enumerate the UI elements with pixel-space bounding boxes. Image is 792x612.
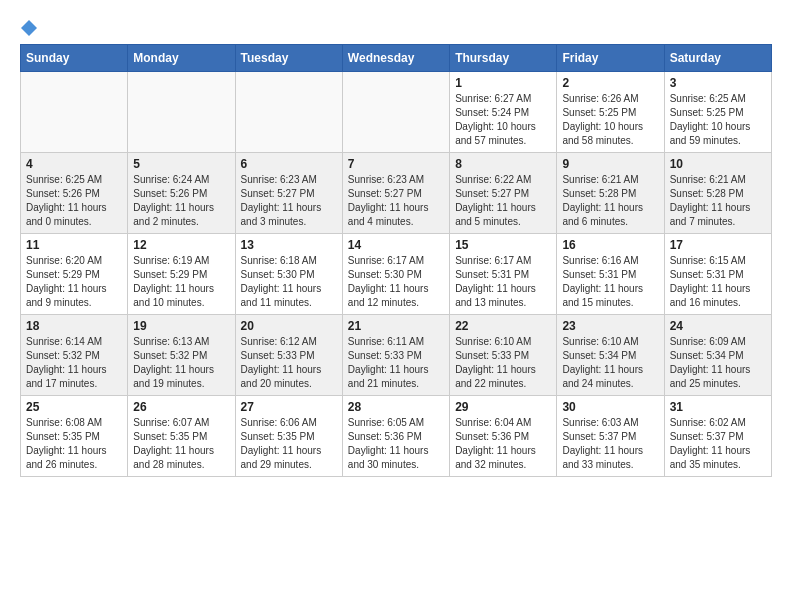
- calendar-cell: 30Sunrise: 6:03 AMSunset: 5:37 PMDayligh…: [557, 396, 664, 477]
- calendar-table: SundayMondayTuesdayWednesdayThursdayFrid…: [20, 44, 772, 477]
- calendar-cell: 25Sunrise: 6:08 AMSunset: 5:35 PMDayligh…: [21, 396, 128, 477]
- calendar-cell: 24Sunrise: 6:09 AMSunset: 5:34 PMDayligh…: [664, 315, 771, 396]
- day-info: Sunrise: 6:21 AMSunset: 5:28 PMDaylight:…: [670, 173, 766, 229]
- day-number: 4: [26, 157, 122, 171]
- day-info: Sunrise: 6:08 AMSunset: 5:35 PMDaylight:…: [26, 416, 122, 472]
- page-header: [20, 20, 772, 36]
- day-info: Sunrise: 6:23 AMSunset: 5:27 PMDaylight:…: [241, 173, 337, 229]
- day-number: 17: [670, 238, 766, 252]
- day-info: Sunrise: 6:25 AMSunset: 5:25 PMDaylight:…: [670, 92, 766, 148]
- day-info: Sunrise: 6:11 AMSunset: 5:33 PMDaylight:…: [348, 335, 444, 391]
- calendar-cell: 11Sunrise: 6:20 AMSunset: 5:29 PMDayligh…: [21, 234, 128, 315]
- calendar-cell: 22Sunrise: 6:10 AMSunset: 5:33 PMDayligh…: [450, 315, 557, 396]
- calendar-cell: 27Sunrise: 6:06 AMSunset: 5:35 PMDayligh…: [235, 396, 342, 477]
- day-info: Sunrise: 6:10 AMSunset: 5:34 PMDaylight:…: [562, 335, 658, 391]
- day-number: 24: [670, 319, 766, 333]
- calendar-cell: [128, 72, 235, 153]
- calendar-cell: 20Sunrise: 6:12 AMSunset: 5:33 PMDayligh…: [235, 315, 342, 396]
- calendar-week-row: 25Sunrise: 6:08 AMSunset: 5:35 PMDayligh…: [21, 396, 772, 477]
- day-number: 25: [26, 400, 122, 414]
- day-info: Sunrise: 6:19 AMSunset: 5:29 PMDaylight:…: [133, 254, 229, 310]
- calendar-cell: [342, 72, 449, 153]
- day-info: Sunrise: 6:15 AMSunset: 5:31 PMDaylight:…: [670, 254, 766, 310]
- weekday-header-friday: Friday: [557, 45, 664, 72]
- day-number: 11: [26, 238, 122, 252]
- day-number: 28: [348, 400, 444, 414]
- day-info: Sunrise: 6:20 AMSunset: 5:29 PMDaylight:…: [26, 254, 122, 310]
- day-info: Sunrise: 6:22 AMSunset: 5:27 PMDaylight:…: [455, 173, 551, 229]
- calendar-week-row: 4Sunrise: 6:25 AMSunset: 5:26 PMDaylight…: [21, 153, 772, 234]
- calendar-cell: 17Sunrise: 6:15 AMSunset: 5:31 PMDayligh…: [664, 234, 771, 315]
- day-number: 1: [455, 76, 551, 90]
- day-number: 23: [562, 319, 658, 333]
- day-info: Sunrise: 6:21 AMSunset: 5:28 PMDaylight:…: [562, 173, 658, 229]
- calendar-cell: [21, 72, 128, 153]
- day-info: Sunrise: 6:23 AMSunset: 5:27 PMDaylight:…: [348, 173, 444, 229]
- day-number: 26: [133, 400, 229, 414]
- calendar-cell: 26Sunrise: 6:07 AMSunset: 5:35 PMDayligh…: [128, 396, 235, 477]
- calendar-cell: 8Sunrise: 6:22 AMSunset: 5:27 PMDaylight…: [450, 153, 557, 234]
- day-info: Sunrise: 6:16 AMSunset: 5:31 PMDaylight:…: [562, 254, 658, 310]
- day-number: 13: [241, 238, 337, 252]
- day-info: Sunrise: 6:02 AMSunset: 5:37 PMDaylight:…: [670, 416, 766, 472]
- day-number: 7: [348, 157, 444, 171]
- day-info: Sunrise: 6:03 AMSunset: 5:37 PMDaylight:…: [562, 416, 658, 472]
- calendar-cell: 31Sunrise: 6:02 AMSunset: 5:37 PMDayligh…: [664, 396, 771, 477]
- day-number: 2: [562, 76, 658, 90]
- day-number: 19: [133, 319, 229, 333]
- day-info: Sunrise: 6:14 AMSunset: 5:32 PMDaylight:…: [26, 335, 122, 391]
- day-info: Sunrise: 6:12 AMSunset: 5:33 PMDaylight:…: [241, 335, 337, 391]
- day-number: 15: [455, 238, 551, 252]
- calendar-cell: 4Sunrise: 6:25 AMSunset: 5:26 PMDaylight…: [21, 153, 128, 234]
- day-info: Sunrise: 6:09 AMSunset: 5:34 PMDaylight:…: [670, 335, 766, 391]
- day-info: Sunrise: 6:26 AMSunset: 5:25 PMDaylight:…: [562, 92, 658, 148]
- calendar-header-row: SundayMondayTuesdayWednesdayThursdayFrid…: [21, 45, 772, 72]
- day-info: Sunrise: 6:10 AMSunset: 5:33 PMDaylight:…: [455, 335, 551, 391]
- day-info: Sunrise: 6:17 AMSunset: 5:30 PMDaylight:…: [348, 254, 444, 310]
- svg-marker-0: [21, 20, 37, 36]
- weekday-header-sunday: Sunday: [21, 45, 128, 72]
- calendar-cell: 28Sunrise: 6:05 AMSunset: 5:36 PMDayligh…: [342, 396, 449, 477]
- day-info: Sunrise: 6:05 AMSunset: 5:36 PMDaylight:…: [348, 416, 444, 472]
- day-number: 16: [562, 238, 658, 252]
- weekday-header-tuesday: Tuesday: [235, 45, 342, 72]
- calendar-cell: 6Sunrise: 6:23 AMSunset: 5:27 PMDaylight…: [235, 153, 342, 234]
- calendar-cell: 12Sunrise: 6:19 AMSunset: 5:29 PMDayligh…: [128, 234, 235, 315]
- day-number: 10: [670, 157, 766, 171]
- weekday-header-saturday: Saturday: [664, 45, 771, 72]
- day-number: 27: [241, 400, 337, 414]
- calendar-cell: 16Sunrise: 6:16 AMSunset: 5:31 PMDayligh…: [557, 234, 664, 315]
- calendar-cell: 3Sunrise: 6:25 AMSunset: 5:25 PMDaylight…: [664, 72, 771, 153]
- day-number: 22: [455, 319, 551, 333]
- calendar-cell: 14Sunrise: 6:17 AMSunset: 5:30 PMDayligh…: [342, 234, 449, 315]
- day-number: 31: [670, 400, 766, 414]
- day-number: 6: [241, 157, 337, 171]
- day-number: 29: [455, 400, 551, 414]
- calendar-cell: 10Sunrise: 6:21 AMSunset: 5:28 PMDayligh…: [664, 153, 771, 234]
- calendar-cell: 5Sunrise: 6:24 AMSunset: 5:26 PMDaylight…: [128, 153, 235, 234]
- day-info: Sunrise: 6:04 AMSunset: 5:36 PMDaylight:…: [455, 416, 551, 472]
- day-number: 12: [133, 238, 229, 252]
- calendar-cell: [235, 72, 342, 153]
- weekday-header-thursday: Thursday: [450, 45, 557, 72]
- calendar-cell: 18Sunrise: 6:14 AMSunset: 5:32 PMDayligh…: [21, 315, 128, 396]
- day-number: 8: [455, 157, 551, 171]
- day-number: 20: [241, 319, 337, 333]
- calendar-week-row: 1Sunrise: 6:27 AMSunset: 5:24 PMDaylight…: [21, 72, 772, 153]
- day-info: Sunrise: 6:07 AMSunset: 5:35 PMDaylight:…: [133, 416, 229, 472]
- day-info: Sunrise: 6:27 AMSunset: 5:24 PMDaylight:…: [455, 92, 551, 148]
- weekday-header-wednesday: Wednesday: [342, 45, 449, 72]
- day-number: 14: [348, 238, 444, 252]
- calendar-cell: 21Sunrise: 6:11 AMSunset: 5:33 PMDayligh…: [342, 315, 449, 396]
- day-number: 5: [133, 157, 229, 171]
- day-info: Sunrise: 6:17 AMSunset: 5:31 PMDaylight:…: [455, 254, 551, 310]
- day-info: Sunrise: 6:25 AMSunset: 5:26 PMDaylight:…: [26, 173, 122, 229]
- day-number: 21: [348, 319, 444, 333]
- day-number: 30: [562, 400, 658, 414]
- logo: [20, 20, 38, 36]
- calendar-cell: 9Sunrise: 6:21 AMSunset: 5:28 PMDaylight…: [557, 153, 664, 234]
- logo-icon: [21, 20, 37, 36]
- calendar-cell: 13Sunrise: 6:18 AMSunset: 5:30 PMDayligh…: [235, 234, 342, 315]
- calendar-cell: 15Sunrise: 6:17 AMSunset: 5:31 PMDayligh…: [450, 234, 557, 315]
- calendar-week-row: 11Sunrise: 6:20 AMSunset: 5:29 PMDayligh…: [21, 234, 772, 315]
